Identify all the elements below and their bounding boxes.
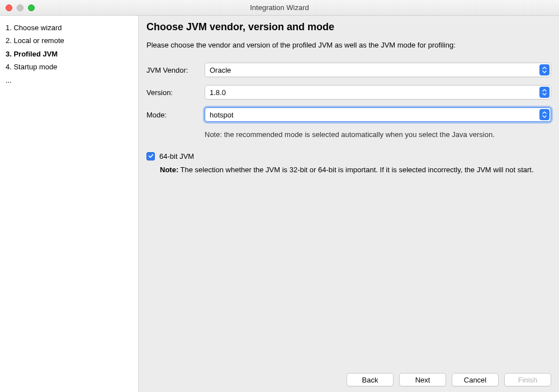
main-panel: Choose JVM vendor, version and mode Plea… bbox=[139, 16, 559, 392]
step-choose-wizard[interactable]: 1. Choose wizard bbox=[6, 21, 134, 34]
window-title: Integration Wizard bbox=[0, 3, 559, 12]
cancel-button[interactable]: Cancel bbox=[452, 373, 499, 386]
row-mode: Mode: hotspot bbox=[146, 107, 551, 122]
step-profiled-jvm[interactable]: 3. Profiled JVM bbox=[6, 48, 134, 60]
vendor-value: Oracle bbox=[210, 66, 231, 74]
page-description: Please choose the vendor and version of … bbox=[146, 41, 551, 49]
version-value: 1.8.0 bbox=[210, 88, 226, 97]
vendor-select[interactable]: Oracle bbox=[205, 63, 551, 77]
checkbox-note: Note: The selection whether the JVM is 3… bbox=[160, 165, 551, 175]
mode-note: Note: the recommended mode is selected a… bbox=[205, 130, 551, 140]
note-label: Note: bbox=[160, 166, 178, 174]
checkbox-row-64bit: 64-bit JVM bbox=[146, 152, 551, 160]
note-text: The selection whether the JVM is 32-bit … bbox=[178, 166, 533, 174]
mode-select[interactable]: hotspot bbox=[205, 107, 551, 122]
row-vendor: JVM Vendor: Oracle bbox=[146, 63, 551, 77]
version-select[interactable]: 1.8.0 bbox=[205, 85, 551, 100]
next-button[interactable]: Next bbox=[399, 373, 446, 386]
checkbox-64bit-label: 64-bit JVM bbox=[159, 152, 194, 160]
wizard-steps-sidebar: 1. Choose wizard 2. Local or remote 3. P… bbox=[0, 16, 139, 392]
chevron-up-down-icon bbox=[539, 87, 549, 98]
finish-button: Finish bbox=[504, 373, 551, 386]
chevron-up-down-icon bbox=[539, 109, 549, 120]
vendor-label: JVM Vendor: bbox=[146, 66, 205, 74]
chevron-up-down-icon bbox=[539, 64, 549, 75]
page-title: Choose JVM vendor, version and mode bbox=[146, 21, 551, 33]
button-bar: Back Next Cancel Finish bbox=[146, 367, 551, 386]
step-local-or-remote[interactable]: 2. Local or remote bbox=[6, 34, 134, 47]
back-button[interactable]: Back bbox=[347, 373, 394, 386]
content-area: 1. Choose wizard 2. Local or remote 3. P… bbox=[0, 16, 559, 392]
titlebar: Integration Wizard bbox=[0, 0, 559, 16]
mode-value: hotspot bbox=[210, 111, 234, 119]
check-icon bbox=[148, 153, 154, 159]
row-version: Version: 1.8.0 bbox=[146, 85, 551, 100]
version-label: Version: bbox=[146, 88, 205, 97]
step-more: ... bbox=[6, 74, 134, 87]
step-startup-mode[interactable]: 4. Startup mode bbox=[6, 60, 134, 73]
checkbox-64bit[interactable] bbox=[146, 152, 155, 160]
mode-label: Mode: bbox=[146, 111, 205, 119]
